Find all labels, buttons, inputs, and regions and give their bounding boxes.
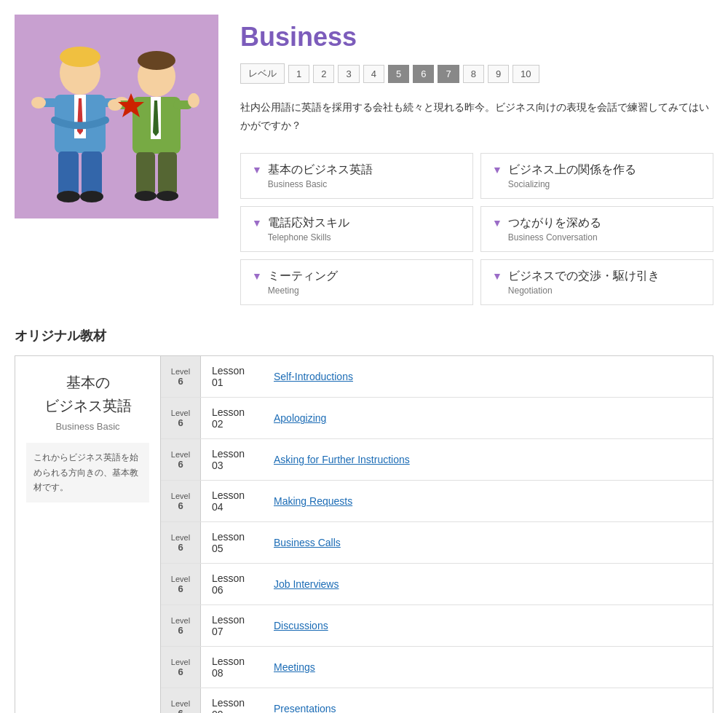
category-text-3: つながりを深める Business Conversation (508, 216, 601, 243)
category-arrow-2: ▼ (252, 217, 262, 229)
lesson-level-3: Level 6 (161, 481, 201, 521)
lesson-link-8[interactable]: Presentations (266, 694, 713, 713)
hero-image (15, 15, 218, 218)
lesson-number-5: Lesson 06 (201, 564, 266, 604)
level-btn-10[interactable]: 10 (513, 65, 539, 83)
level-btn-1[interactable]: 1 (288, 65, 309, 83)
category-title-en-2: Telephone Skills (268, 232, 349, 243)
lesson-level-4: Level 6 (161, 522, 201, 563)
level-selector: レベル 1 2 3 4 5 6 7 8 9 10 (240, 63, 713, 84)
left-panel: 基本のビジネス英語 Business Basic これからビジネス英語を始められ… (15, 356, 161, 713)
materials-section: オリジナル教材 基本のビジネス英語 Business Basic これからビジネ… (15, 327, 713, 713)
category-card-2[interactable]: ▼ 電話応対スキル Telephone Skills (240, 206, 473, 252)
category-title-jp-1: ビジネス上の関係を作る (508, 162, 636, 178)
table-row: Level 6 Lesson 03 Asking for Further Ins… (161, 439, 713, 481)
categories-grid: ▼ 基本のビジネス英語 Business Basic ▼ ビジネス上の関係を作る… (240, 153, 713, 305)
svg-rect-0 (15, 15, 218, 218)
level-btn-6[interactable]: 6 (413, 65, 434, 83)
svg-point-21 (108, 99, 122, 111)
svg-rect-24 (136, 152, 155, 194)
category-arrow-4: ▼ (252, 270, 262, 282)
lesson-number-4: Lesson 05 (201, 522, 266, 563)
svg-point-8 (31, 97, 46, 109)
lesson-level-8: Level 6 (161, 688, 201, 713)
lesson-level-5: Level 6 (161, 564, 201, 604)
left-panel-title-en: Business Basic (26, 421, 149, 432)
lesson-level-7: Level 6 (161, 647, 201, 688)
lesson-link-3[interactable]: Making Requests (266, 487, 713, 516)
svg-point-2 (60, 47, 100, 67)
category-title-en-0: Business Basic (268, 179, 373, 189)
page-container: Business レベル 1 2 3 4 5 6 7 8 9 10 社内公用語に… (0, 0, 728, 713)
category-title-jp-5: ビジネスでの交渉・駆け引き (508, 269, 660, 284)
materials-heading: オリジナル教材 (15, 327, 713, 344)
category-arrow-3: ▼ (492, 217, 502, 229)
left-panel-title-jp: 基本のビジネス英語 (26, 371, 149, 417)
category-title-jp-4: ミーティング (268, 269, 338, 284)
svg-rect-11 (82, 151, 102, 195)
level-btn-7[interactable]: 7 (438, 65, 459, 83)
description-text: 社内公用語に英語を採用する会社も続々と現れる昨今。ビジネス向けの表現を会話で練習… (240, 98, 713, 135)
lesson-link-4[interactable]: Business Calls (266, 528, 713, 557)
category-title-jp-0: 基本のビジネス英語 (268, 162, 373, 178)
lesson-level-1: Level 6 (161, 398, 201, 438)
header-area: Business レベル 1 2 3 4 5 6 7 8 9 10 社内公用語に… (15, 15, 713, 305)
lesson-link-6[interactable]: Discussions (266, 611, 713, 640)
level-btn-8[interactable]: 8 (463, 65, 484, 83)
category-title-en-3: Business Conversation (508, 232, 601, 243)
level-btn-5[interactable]: 5 (388, 65, 409, 83)
table-row: Level 6 Lesson 04 Making Requests (161, 481, 713, 522)
category-card-3[interactable]: ▼ つながりを深める Business Conversation (480, 206, 713, 252)
lesson-link-1[interactable]: Apologizing (266, 403, 713, 433)
lesson-link-2[interactable]: Asking for Further Instructions (266, 445, 713, 474)
svg-rect-25 (158, 152, 177, 194)
table-row: Level 6 Lesson 01 Self-Introductions (161, 356, 713, 398)
lesson-number-1: Lesson 02 (201, 398, 266, 438)
lesson-number-3: Lesson 04 (201, 481, 266, 521)
page-title: Business (240, 22, 713, 52)
level-btn-3[interactable]: 3 (338, 65, 359, 83)
svg-point-15 (138, 51, 175, 70)
category-title-en-5: Negotiation (508, 285, 660, 296)
lesson-number-2: Lesson 03 (201, 439, 266, 480)
lesson-number-8: Lesson 09 (201, 688, 266, 713)
lesson-number-0: Lesson 01 (201, 356, 266, 397)
level-btn-2[interactable]: 2 (313, 65, 334, 83)
level-label: レベル (240, 63, 285, 84)
category-text-4: ミーティング Meeting (268, 269, 338, 296)
lesson-link-5[interactable]: Job Interviews (266, 570, 713, 599)
category-title-jp-2: 電話応対スキル (268, 216, 349, 231)
category-text-5: ビジネスでの交渉・駆け引き Negotiation (508, 269, 660, 296)
materials-table-area: 基本のビジネス英語 Business Basic これからビジネス英語を始められ… (15, 355, 713, 713)
lesson-number-6: Lesson 07 (201, 605, 266, 646)
lesson-link-0[interactable]: Self-Introductions (266, 362, 713, 391)
category-title-en-1: Socializing (508, 179, 636, 189)
left-panel-desc: これからビジネス英語を始められる方向きの、基本教材です。 (26, 443, 149, 502)
category-title-jp-3: つながりを深める (508, 216, 601, 231)
lesson-level-6: Level 6 (161, 605, 201, 646)
table-row: Level 6 Lesson 05 Business Calls (161, 522, 713, 564)
lessons-table: Level 6 Lesson 01 Self-Introductions Lev… (161, 356, 713, 713)
category-text-1: ビジネス上の関係を作る Socializing (508, 162, 636, 189)
table-row: Level 6 Lesson 02 Apologizing (161, 398, 713, 439)
table-row: Level 6 Lesson 07 Discussions (161, 605, 713, 647)
level-btn-4[interactable]: 4 (363, 65, 384, 83)
lesson-level-0: Level 6 (161, 356, 201, 397)
svg-rect-23 (191, 93, 197, 103)
category-text-2: 電話応対スキル Telephone Skills (268, 216, 349, 243)
category-card-0[interactable]: ▼ 基本のビジネス英語 Business Basic (240, 153, 473, 199)
lesson-number-7: Lesson 08 (201, 647, 266, 688)
category-card-1[interactable]: ▼ ビジネス上の関係を作る Socializing (480, 153, 713, 199)
svg-point-12 (57, 191, 80, 202)
table-row: Level 6 Lesson 06 Job Interviews (161, 564, 713, 605)
level-btn-9[interactable]: 9 (488, 65, 509, 83)
lesson-level-2: Level 6 (161, 439, 201, 480)
category-arrow-1: ▼ (492, 164, 502, 176)
category-arrow-5: ▼ (492, 270, 502, 282)
category-card-4[interactable]: ▼ ミーティング Meeting (240, 259, 473, 305)
svg-rect-10 (58, 151, 79, 195)
lesson-link-7[interactable]: Meetings (266, 653, 713, 682)
category-title-en-4: Meeting (268, 285, 338, 296)
category-card-5[interactable]: ▼ ビジネスでの交渉・駆け引き Negotiation (480, 259, 713, 305)
svg-point-26 (135, 191, 157, 201)
